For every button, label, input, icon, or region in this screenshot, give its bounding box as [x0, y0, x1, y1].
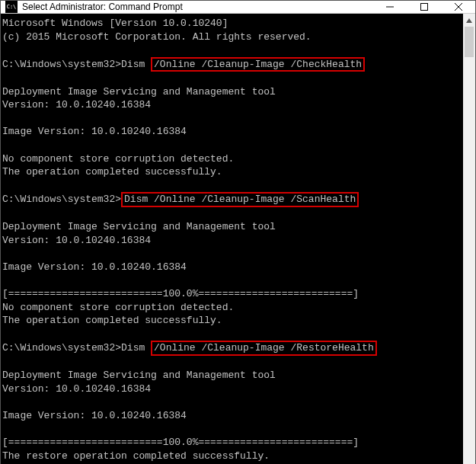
console-line: C:\Windows\system32>Dism /Online /Cleanu…: [2, 57, 462, 72]
console-line: The operation completed successfully.: [2, 314, 462, 328]
console-line: [2, 179, 462, 193]
svg-rect-1: [420, 4, 427, 11]
console-line: [2, 43, 462, 57]
console-line: [2, 207, 462, 221]
console-line: [2, 423, 462, 437]
console-line: Image Version: 10.0.10240.16384: [2, 125, 462, 139]
console-line: (c) 2015 Microsoft Corporation. All righ…: [2, 30, 462, 44]
window-title: Select Administrator: Command Prompt: [22, 2, 372, 12]
console-line: No component store corruption detected.: [2, 301, 462, 315]
console-line: Version: 10.0.10240.16384: [2, 234, 462, 248]
highlighted-command: /Online /Cleanup-Image /CheckHealth: [151, 57, 365, 72]
highlighted-command: Dism /Online /Cleanup-Image /ScanHealth: [121, 192, 359, 207]
console-line: The restore operation completed successf…: [2, 450, 462, 463]
console-line: [2, 139, 462, 152]
minimize-button[interactable]: [372, 1, 407, 13]
close-button[interactable]: [441, 1, 475, 13]
console-output[interactable]: Microsoft Windows [Version 10.0.10240](c…: [1, 14, 463, 464]
console-line: [2, 328, 462, 341]
console-line: Deployment Image Servicing and Managemen…: [2, 369, 462, 382]
cmd-icon: [5, 1, 18, 13]
console-line: C:\Windows\system32>Dism /Online /Cleanu…: [2, 341, 462, 356]
console-line: The operation completed successfully.: [2, 165, 462, 179]
console-line: [2, 247, 462, 261]
console-line: [2, 274, 462, 287]
console-line: [2, 395, 462, 409]
console-line: Version: 10.0.10240.16384: [2, 382, 462, 396]
scrollbar-thumb[interactable]: [465, 27, 474, 57]
console-line: C:\Windows\system32>Dism /Online /Cleanu…: [2, 192, 462, 207]
svg-marker-4: [466, 18, 472, 23]
command-prompt-window: Select Administrator: Command Prompt Mic…: [0, 0, 476, 464]
titlebar[interactable]: Select Administrator: Command Prompt: [1, 1, 475, 14]
console-line: [2, 72, 462, 85]
highlighted-command: /Online /Cleanup-Image /RestoreHealth: [151, 341, 377, 356]
console-line: Microsoft Windows [Version 10.0.10240]: [2, 17, 462, 30]
console-line: [==========================100.0%=======…: [2, 436, 462, 450]
console-line: [==========================100.0%=======…: [2, 287, 462, 301]
console-line: Image Version: 10.0.10240.16384: [2, 409, 462, 423]
console-line: Deployment Image Servicing and Managemen…: [2, 85, 462, 99]
scroll-up-button[interactable]: [463, 14, 475, 27]
console-line: No component store corruption detected.: [2, 152, 462, 166]
console-line: Image Version: 10.0.10240.16384: [2, 261, 462, 274]
console-line: [2, 356, 462, 370]
scrollbar-track[interactable]: [463, 27, 475, 464]
console-line: Deployment Image Servicing and Managemen…: [2, 220, 462, 234]
window-controls: [372, 1, 475, 13]
console-area: Microsoft Windows [Version 10.0.10240](c…: [1, 14, 475, 464]
vertical-scrollbar[interactable]: [463, 14, 475, 464]
maximize-button[interactable]: [407, 1, 441, 13]
console-line: Version: 10.0.10240.16384: [2, 98, 462, 112]
console-line: [2, 112, 462, 126]
